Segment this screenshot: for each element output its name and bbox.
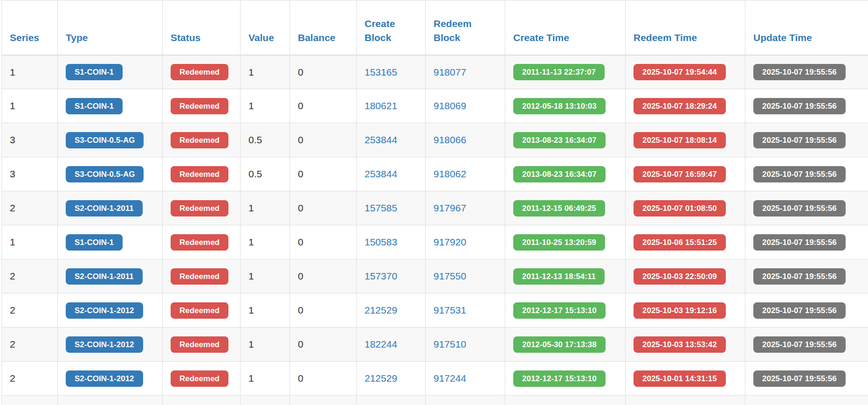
create-block-link[interactable]: 150583: [365, 237, 397, 247]
cell-status: Redeemed: [163, 191, 241, 225]
cell-partial: [163, 396, 241, 405]
column-header-value: Value: [241, 0, 290, 55]
table-row: 1S1-COIN-1Redeemed101505839179202011-10-…: [2, 225, 868, 259]
cell-redeem_time: 2025-10-01 14:31:15: [626, 362, 745, 396]
cell-create_block: 253844: [357, 157, 426, 191]
cell-value: 1: [241, 362, 290, 396]
type-badge: S2-COIN-1-2012: [66, 302, 143, 319]
create-block-link[interactable]: 182244: [365, 339, 397, 349]
cell-create_block: 180621: [357, 89, 426, 123]
cell-redeem_time: 2025-10-03 13:53:42: [626, 328, 745, 362]
status-badge: Redeemed: [171, 132, 228, 148]
redeem-block-link[interactable]: 917531: [434, 305, 466, 315]
redeem-time-badge: 2025-10-07 19:54:44: [634, 64, 726, 80]
create-block-link[interactable]: 153165: [365, 67, 397, 77]
cell-type: S1-COIN-1: [58, 55, 163, 89]
type-badge: S2-COIN-1-2012: [66, 370, 143, 387]
cell-redeem_block: 918062: [426, 157, 505, 191]
cell-value: 0.5: [241, 123, 290, 157]
create-time-badge: 2013-08-23 16:34:07: [513, 132, 606, 148]
create-block-link[interactable]: 212529: [365, 373, 397, 384]
cell-create_time: 2013-08-23 16:34:07: [505, 123, 626, 157]
column-header-series: Series: [2, 0, 58, 55]
cell-redeem_time: 2025-10-03 19:12:16: [626, 293, 745, 328]
redeem-block-link[interactable]: 917550: [434, 271, 466, 281]
redeem-time-badge: 2025-10-03 13:53:42: [634, 336, 726, 353]
cell-redeem_time: 2025-10-07 19:54:44: [626, 55, 745, 89]
cell-value: 1: [241, 191, 290, 225]
column-header-redeem_time: Redeem Time: [626, 0, 745, 55]
cell-update_time: 2025-10-07 19:55:56: [745, 362, 868, 396]
create-time-badge: 2011-12-13 18:54:11: [513, 268, 605, 285]
redeem-block-link[interactable]: 918077: [434, 67, 466, 77]
cell-update_time: 2025-10-07 19:55:56: [745, 259, 868, 293]
column-header-create_time: Create Time: [505, 0, 626, 55]
cell-series: 2: [2, 191, 58, 225]
update-time-badge: 2025-10-07 19:55:56: [753, 268, 846, 285]
create-time-badge: 2011-12-15 06:49:25: [513, 200, 605, 216]
create-block-link[interactable]: 212529: [365, 305, 397, 315]
cell-series: 3: [2, 123, 58, 157]
cell-create_time: 2012-05-30 17:13:38: [505, 328, 626, 362]
cell-partial: [357, 396, 426, 405]
cell-status: Redeemed: [163, 259, 241, 293]
cell-create_block: 150583: [357, 225, 426, 259]
cell-create_time: 2013-08-23 16:34:07: [505, 157, 626, 191]
redeem-block-link[interactable]: 917510: [434, 339, 466, 349]
update-time-badge: 2025-10-07 19:55:56: [753, 336, 846, 353]
redeem-block-link[interactable]: 918069: [434, 100, 466, 111]
cell-create_time: 2012-12-17 15:13:10: [505, 362, 626, 396]
cell-create_time: 2012-05-18 13:10:03: [505, 89, 626, 123]
create-block-link[interactable]: 253844: [365, 168, 397, 179]
cell-partial: [290, 396, 357, 405]
cell-series: 1: [2, 89, 58, 123]
status-badge: Redeemed: [171, 370, 228, 387]
update-time-badge: 2025-10-07 19:55:56: [753, 234, 846, 251]
cell-update_time: 2025-10-07 19:55:56: [745, 89, 868, 123]
cell-series: 2: [2, 259, 58, 293]
cell-balance: 0: [290, 157, 357, 191]
cell-status: Redeemed: [163, 157, 241, 191]
cell-balance: 0: [290, 293, 357, 328]
redeem-time-badge: 2025-10-07 18:08:14: [634, 132, 726, 148]
redeem-block-link[interactable]: 917244: [434, 373, 466, 384]
cell-balance: 0: [290, 328, 357, 362]
redeem-block-link[interactable]: 917967: [434, 202, 466, 213]
cell-type: S3-COIN-0.5-AG: [58, 123, 163, 157]
type-badge: S2-COIN-1-2011: [66, 200, 143, 216]
type-badge: S3-COIN-0.5-AG: [66, 166, 144, 182]
table-row: 2S2-COIN-1-2012Redeemed10212529917244201…: [2, 362, 868, 396]
status-badge: Redeemed: [171, 166, 228, 182]
cell-status: Redeemed: [163, 225, 241, 259]
table-body: 1S1-COIN-1Redeemed101531659180772011-11-…: [2, 55, 868, 405]
cell-balance: 0: [290, 362, 357, 396]
create-block-link[interactable]: 157370: [365, 271, 397, 281]
cell-balance: 0: [290, 123, 357, 157]
redeem-block-link[interactable]: 918062: [434, 168, 466, 179]
status-badge: Redeemed: [171, 98, 228, 114]
header-row: SeriesTypeStatusValueBalanceCreate Block…: [2, 0, 868, 55]
cell-update_time: 2025-10-07 19:55:56: [745, 157, 868, 191]
create-time-badge: 2011-11-13 22:37:07: [513, 64, 605, 80]
table-row: 2S2-COIN-1-2011Redeemed10157370917550201…: [2, 259, 868, 293]
cell-value: 1: [241, 259, 290, 293]
cell-partial: [58, 396, 163, 405]
status-badge: Redeemed: [171, 234, 228, 251]
coins-table: SeriesTypeStatusValueBalanceCreate Block…: [1, 0, 868, 405]
column-header-redeem_block: Redeem Block: [426, 0, 505, 55]
column-header-create_block: Create Block: [357, 0, 426, 55]
update-time-badge: 2025-10-07 19:55:56: [753, 98, 846, 114]
redeem-time-badge: 2025-10-07 16:59:47: [634, 166, 726, 182]
create-time-badge: 2013-08-23 16:34:07: [513, 166, 606, 182]
redeem-block-link[interactable]: 917920: [434, 237, 466, 247]
create-block-link[interactable]: 253844: [365, 134, 397, 145]
table-row: 3S3-COIN-0.5-AGRedeemed0.502538449180662…: [2, 123, 868, 157]
redeem-block-link[interactable]: 918066: [434, 134, 466, 145]
create-block-link[interactable]: 180621: [365, 100, 397, 111]
create-time-badge: 2012-05-18 13:10:03: [513, 98, 606, 114]
cell-balance: 0: [290, 89, 357, 123]
cell-create_time: 2011-12-13 18:54:11: [505, 259, 626, 293]
create-block-link[interactable]: 157585: [365, 202, 397, 213]
cell-create_block: 212529: [357, 293, 426, 328]
column-header-update_time: Update Time: [745, 0, 868, 55]
